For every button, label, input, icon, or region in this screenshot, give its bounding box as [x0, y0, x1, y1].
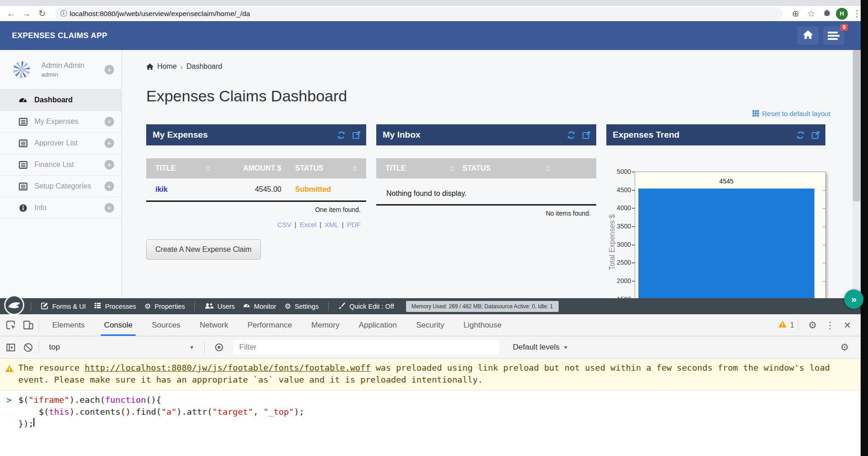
expand-toolbar-button[interactable]: » [844, 289, 863, 309]
export-excel-link[interactable]: Excel [300, 221, 317, 228]
col-title[interactable]: TITLE [385, 164, 406, 172]
list-icon [18, 139, 27, 148]
toolbar-monitor[interactable]: Monitor [243, 302, 276, 311]
sidebar-item-finance-list[interactable]: Finance List + [0, 154, 121, 176]
warning-triangle-icon [5, 364, 14, 376]
plus-circle-icon[interactable]: + [104, 203, 114, 213]
tick-mark [823, 245, 825, 245]
toolbar-users[interactable]: Users [204, 302, 235, 311]
tab-sources[interactable]: Sources [142, 314, 190, 336]
inspect-element-icon[interactable] [4, 318, 17, 332]
export-csv-link[interactable]: CSV [277, 221, 291, 228]
zoom-icon[interactable]: ⊕ [789, 7, 802, 20]
app-home-button[interactable] [797, 27, 819, 45]
export-xml-link[interactable]: XML [324, 221, 339, 228]
extensions-puzzle-icon[interactable] [820, 7, 833, 20]
refresh-icon[interactable] [337, 131, 346, 139]
devtools-close-icon[interactable]: ✕ [841, 318, 854, 332]
sidebar-item-my-expenses[interactable]: My Expenses + [0, 111, 121, 133]
col-amount[interactable]: AMOUNT $ [210, 164, 281, 172]
devtools-settings-icon[interactable]: ⚙ [806, 318, 819, 332]
live-expression-eye-icon[interactable] [212, 340, 226, 354]
log-levels-dropdown[interactable]: Default levels ▼ [513, 343, 568, 352]
sort-icon[interactable] [546, 165, 550, 172]
page-title: Expenses Claims Dashboard [146, 87, 830, 105]
col-status[interactable]: STATUS [462, 164, 491, 172]
gears-icon: ⚙ [285, 303, 291, 310]
sidebar-profile[interactable]: Admin Admin admin + [0, 50, 121, 89]
col-title[interactable]: TITLE [155, 164, 176, 172]
plus-circle-icon[interactable]: + [104, 65, 114, 74]
bookmark-star-icon[interactable]: ☆ [805, 7, 818, 20]
open-external-icon[interactable] [811, 131, 820, 139]
sidebar-item-dashboard[interactable]: Dashboard [0, 89, 121, 111]
toolbar-properties[interactable]: ⚙ Properties [144, 303, 185, 310]
sort-icon[interactable] [450, 165, 454, 172]
plus-circle-icon[interactable]: + [104, 182, 114, 191]
separator: | [295, 221, 297, 228]
tab-security[interactable]: Security [407, 314, 454, 336]
plus-circle-icon[interactable]: + [104, 117, 114, 127]
export-pdf-link[interactable]: PDF [347, 221, 361, 228]
sidebar-item-info[interactable]: Info + [0, 197, 121, 219]
tab-console[interactable]: Console [94, 314, 142, 336]
browser-profile-avatar[interactable]: H [836, 8, 848, 20]
sidebar-item-approver-list[interactable]: Approver List + [0, 133, 121, 154]
warning-count[interactable]: 1 [778, 320, 794, 330]
toolbar-settings[interactable]: ⚙ Settings [285, 303, 319, 310]
inbox-badge: 0 [841, 24, 848, 31]
table-row[interactable]: ikik 4545.00 Submitted [146, 178, 366, 200]
col-status[interactable]: STATUS [295, 164, 324, 172]
tab-elements[interactable]: Elements [43, 314, 94, 336]
tab-performance[interactable]: Performance [238, 314, 302, 336]
forward-icon[interactable]: → [20, 7, 33, 20]
address-bar[interactable]: ⓘ localhost:8080/jw/web/userview/expense… [55, 7, 783, 20]
breadcrumb-home[interactable]: Home [157, 62, 177, 71]
toolbar-quick-edit[interactable]: Quick Edit : Off [338, 302, 394, 311]
create-expense-claim-button[interactable]: Create A New Expense Claim [146, 239, 261, 260]
open-external-icon[interactable] [582, 131, 591, 139]
expense-title-link[interactable]: ikik [155, 185, 168, 194]
app-inbox-button[interactable]: 0 [823, 27, 844, 45]
execution-context-selector[interactable]: top ▼ [43, 343, 201, 352]
sort-icon[interactable] [352, 165, 357, 172]
bar-total-expenses[interactable] [638, 189, 814, 298]
tick-mark [823, 208, 825, 209]
plus-circle-icon[interactable]: + [104, 139, 114, 148]
reset-layout-link[interactable]: Reset to default layout [146, 109, 830, 118]
toolbar-processes[interactable]: Processes [94, 302, 136, 311]
sidebar: Admin Admin admin + Dashboard My Expense… [0, 50, 122, 298]
sidebar-item-setup-categories[interactable]: Setup Categories + [0, 176, 121, 197]
context-value: top [49, 343, 60, 352]
url-text[interactable]: localhost:8080/jw/web/userview/expensecl… [70, 10, 250, 18]
back-icon[interactable]: ← [5, 7, 17, 20]
clear-console-icon[interactable] [21, 340, 35, 354]
tab-memory[interactable]: Memory [302, 314, 349, 336]
tab-lighthouse[interactable]: Lighthouse [454, 314, 511, 336]
open-external-icon[interactable] [352, 131, 361, 139]
separator: | [319, 221, 321, 228]
scrollbar-thumb[interactable] [853, 50, 860, 201]
empty-message: Nothing found to display. [376, 178, 596, 204]
reload-icon[interactable]: ↻ [36, 7, 49, 20]
console-filter-input[interactable] [233, 340, 499, 355]
toolbar-forms-ui[interactable]: Forms & UI [41, 302, 86, 311]
tab-application[interactable]: Application [349, 314, 407, 336]
y-tick: 5000 [609, 168, 631, 175]
refresh-icon[interactable] [567, 131, 576, 139]
device-toolbar-icon[interactable] [21, 318, 35, 332]
refresh-icon[interactable] [796, 131, 805, 139]
plus-circle-icon[interactable]: + [104, 160, 114, 170]
joget-logo-icon[interactable] [4, 295, 25, 316]
sidebar-item-label: Dashboard [34, 96, 73, 104]
tab-network[interactable]: Network [190, 314, 238, 336]
devtools-menu-icon[interactable]: ⋮ [823, 318, 837, 332]
console-settings-icon[interactable]: ⚙ [838, 340, 852, 354]
y-tick: 4500 [609, 186, 631, 194]
page-scrollbar[interactable] [852, 50, 861, 298]
warning-resource-link[interactable]: http://localhost:8080/jw/js/footable/fon… [85, 363, 371, 373]
sort-icon[interactable] [206, 165, 210, 172]
console-input[interactable]: > $("iframe").each(function(){ $(this).c… [0, 390, 861, 430]
page-info-icon[interactable]: ⓘ [58, 9, 70, 18]
console-sidebar-icon[interactable] [4, 340, 17, 354]
